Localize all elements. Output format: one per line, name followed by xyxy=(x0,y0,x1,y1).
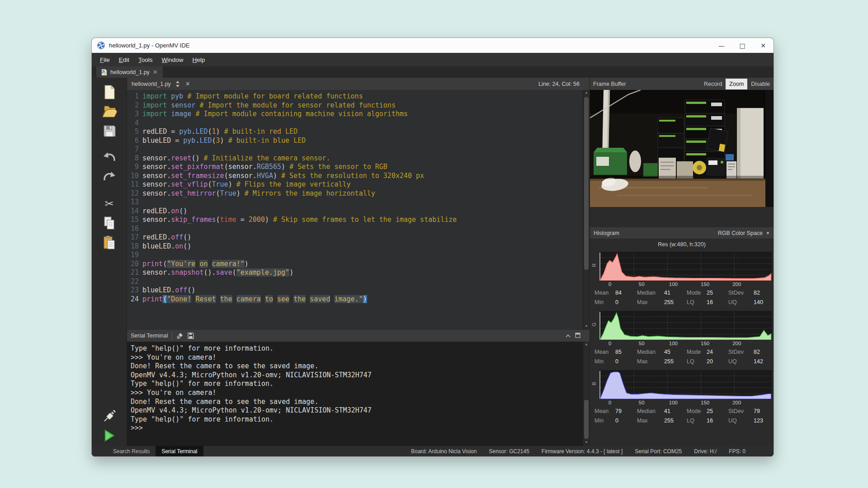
document-tab-bar: helloworld_1.py ✕ xyxy=(92,66,774,78)
tab-close-icon[interactable]: ✕ xyxy=(153,69,158,75)
clear-terminal-button[interactable] xyxy=(176,333,183,339)
undo-button[interactable] xyxy=(99,149,119,167)
close-button[interactable]: ✕ xyxy=(753,38,774,53)
stats-row: Mean79Median41Mode25StDev79 xyxy=(590,406,774,416)
chevron-down-icon: ▼ xyxy=(766,231,770,235)
terminal-scroll-thumb[interactable] xyxy=(584,400,589,439)
left-toolbar: ✂ xyxy=(92,78,127,446)
code-token: reset xyxy=(171,154,191,162)
serial-terminal-output[interactable]: Type "help()" for more information.>>> Y… xyxy=(127,342,590,446)
code-token: skip_frames xyxy=(171,216,216,224)
file-switcher-icon[interactable] xyxy=(175,81,180,87)
code-token: blueLED. xyxy=(142,242,175,250)
plug-icon xyxy=(103,409,116,423)
frame-buffer-image[interactable] xyxy=(590,90,774,207)
scroll-up-icon[interactable]: ▲ xyxy=(583,342,590,348)
stats-row: Min0Max255LQ16UQ140 xyxy=(590,297,774,307)
run-script-button[interactable] xyxy=(99,427,119,445)
code-token: print xyxy=(142,295,163,303)
menu-item-file[interactable]: File xyxy=(95,55,114,65)
x-axis-labels: 050100150200 xyxy=(599,340,774,347)
code-token: sensor. xyxy=(142,268,171,277)
histogram-charts: R050100150200Mean84Median41Mode25StDev82… xyxy=(590,248,774,425)
code-line-20: 20print("You're on camera!") xyxy=(127,260,590,269)
stat-label-lq: LQ xyxy=(687,358,707,365)
window-title: helloworld_1.py - OpenMV IDE xyxy=(109,42,711,49)
editor-scrollbar[interactable]: ▲ ▼ xyxy=(583,90,590,330)
color-space-dropdown[interactable]: RGB Color Space ▼ xyxy=(718,230,770,236)
editor-scroll-thumb[interactable] xyxy=(584,97,589,270)
menu-item-edit[interactable]: Edit xyxy=(114,55,134,65)
stats-row: Min0Max255LQ16UQ123 xyxy=(590,416,774,425)
code-token xyxy=(232,295,236,303)
stat-value-lq: 16 xyxy=(707,299,728,305)
menu-item-tools[interactable]: Tools xyxy=(134,55,157,65)
menu-item-help[interactable]: Help xyxy=(188,55,210,65)
line-number: 19 xyxy=(127,251,139,260)
connect-button[interactable] xyxy=(99,407,119,425)
code-line-5: 5redLED = pyb.LED(1) # built-in red LED xyxy=(127,127,590,136)
line-number: 22 xyxy=(127,277,139,286)
menu-item-window[interactable]: Window xyxy=(157,55,188,65)
status-tab-serial-terminal[interactable]: Serial Terminal xyxy=(156,446,203,456)
stat-label-stdev: StDev xyxy=(728,349,754,355)
disable-button[interactable]: Disable xyxy=(747,79,774,89)
code-token: ( xyxy=(216,189,220,197)
cut-button[interactable]: ✂ xyxy=(99,195,119,213)
redo-button[interactable] xyxy=(99,168,119,186)
x-tick-100: 100 xyxy=(669,282,678,287)
paste-button[interactable] xyxy=(99,234,119,252)
x-axis-labels: 050100150200 xyxy=(599,281,774,288)
code-token xyxy=(208,260,212,268)
code-token: = xyxy=(236,216,249,224)
code-token: set_pixformat xyxy=(171,163,224,171)
code-line-18: 18blueLED.on() xyxy=(127,242,590,251)
stat-label-mean: Mean xyxy=(594,349,615,355)
expand-panel-icon[interactable] xyxy=(575,333,580,339)
camera-preview-scene xyxy=(590,90,765,207)
line-number: 5 xyxy=(127,127,139,136)
code-token: # Flips the image vertically xyxy=(236,180,351,188)
collapse-panel-icon[interactable] xyxy=(566,333,571,339)
code-token: # Import module containing machine visio… xyxy=(195,110,408,118)
record-button[interactable]: Record xyxy=(700,79,726,89)
scroll-down-icon[interactable]: ▼ xyxy=(583,324,590,330)
cursor-position: Line: 24, Col: 56 xyxy=(538,81,590,87)
save-log-button[interactable] xyxy=(188,333,194,339)
x-tick-0: 0 xyxy=(609,282,611,287)
open-file-button[interactable] xyxy=(99,103,119,121)
code-editor[interactable]: 1import pyb # Import module for board re… xyxy=(127,90,590,330)
status-tabs: Search ResultsSerial Terminal xyxy=(107,446,203,456)
stat-value-mean: 85 xyxy=(615,349,637,355)
code-token: time xyxy=(220,216,236,224)
code-token: # Sets the resolution to 320x240 px xyxy=(281,172,424,180)
histogram-title: Histogram xyxy=(594,230,718,236)
line-number: 2 xyxy=(127,101,139,110)
line-number: 23 xyxy=(127,286,139,295)
new-file-button[interactable] xyxy=(99,83,119,101)
copy-button[interactable] xyxy=(99,214,119,232)
status-drive: Drive: H:/ xyxy=(694,448,717,455)
terminal-scrollbar[interactable]: ▲ ▼ xyxy=(583,342,590,446)
stat-value-max: 255 xyxy=(664,299,687,305)
tab-helloworld[interactable]: helloworld_1.py ✕ xyxy=(96,66,163,78)
code-token: on xyxy=(199,260,208,268)
scroll-up-icon[interactable]: ▲ xyxy=(583,90,590,96)
zoom-button[interactable]: Zoom xyxy=(726,79,747,89)
stat-value-min: 0 xyxy=(615,299,637,305)
maximize-button[interactable]: □ xyxy=(732,38,753,53)
line-number: 14 xyxy=(127,207,139,216)
status-tab-search-results[interactable]: Search Results xyxy=(107,446,156,456)
scroll-down-icon[interactable]: ▼ xyxy=(583,440,590,446)
code-token xyxy=(289,295,293,303)
code-line-11: 11sensor.set_vflip(True) # Flips the ima… xyxy=(127,180,590,189)
editor-close-icon[interactable]: ✕ xyxy=(185,80,190,87)
code-token: # Import module for board related functi… xyxy=(187,92,363,100)
line-number: 4 xyxy=(127,119,139,128)
code-token: # Initialize the camera sensor. xyxy=(203,154,330,162)
terminal-header: Serial Terminal xyxy=(127,330,590,342)
minimize-button[interactable]: — xyxy=(711,38,732,53)
resolution-label: Res (w:480, h:320) xyxy=(590,241,774,248)
save-file-button[interactable] xyxy=(99,122,119,140)
code-token: # Mirrors the image horizontally xyxy=(245,189,375,197)
